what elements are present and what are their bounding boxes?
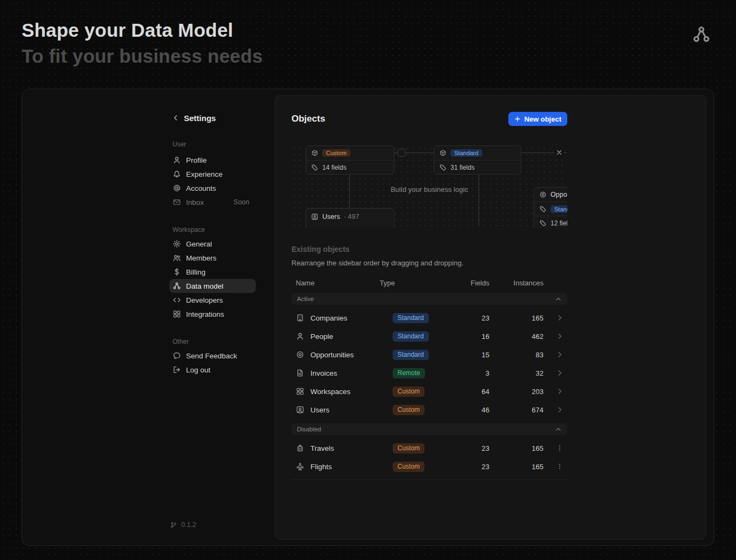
kebab-menu-icon[interactable] — [556, 444, 563, 452]
sidebar-item-label: Members — [186, 254, 216, 262]
type-badge: Custom — [393, 386, 425, 397]
cube-icon — [311, 149, 319, 157]
instances-count: 165 — [506, 314, 543, 322]
canvas-node-standard[interactable]: Standard 31 fields — [434, 145, 521, 175]
type-badge: Custom — [393, 462, 425, 472]
chevron-right-icon[interactable] — [556, 314, 563, 322]
section-other-items: Send Feedback Log out — [169, 349, 256, 377]
object-name: Flights — [310, 463, 332, 471]
node-title: Users — [322, 213, 340, 221]
canvas-node-users[interactable]: Users · 497 — [306, 208, 394, 228]
sidebar-item-log-out[interactable]: Log out — [169, 363, 256, 377]
settings-sidebar: Settings User Profile Experience Account… — [169, 111, 256, 377]
fields-label: 31 fields — [450, 164, 475, 171]
active-rows: Companies Standard 23 165 People Standar… — [291, 305, 567, 419]
chevron-right-icon[interactable] — [556, 332, 563, 340]
type-badge: Custom — [393, 443, 425, 454]
table-row-invoices[interactable]: Invoices Remote 3 32 — [291, 364, 567, 382]
table-row-users[interactable]: Users Custom 46 674 — [291, 401, 567, 419]
table-row-people[interactable]: People Standard 16 462 — [291, 327, 567, 345]
group-label: Active — [297, 296, 314, 302]
settings-title: Settings — [184, 114, 216, 123]
fields-count: 23 — [443, 463, 489, 471]
person-icon — [173, 156, 181, 164]
people-icon — [173, 254, 181, 262]
close-icon[interactable] — [555, 148, 563, 157]
chevron-right-icon[interactable] — [556, 351, 563, 358]
object-name: People — [310, 332, 333, 341]
version-number: 0.1.2 — [181, 521, 196, 529]
sidebar-item-label: Integrations — [186, 310, 224, 318]
gear-icon — [173, 239, 181, 248]
sidebar-item-label: General — [186, 240, 212, 248]
git-icon — [170, 521, 177, 529]
type-badge: Standard — [393, 331, 429, 342]
sidebar-item-accounts[interactable]: Accounts — [169, 181, 256, 195]
chevron-right-icon[interactable] — [556, 406, 563, 414]
sidebar-item-general[interactable]: General — [169, 237, 256, 251]
table-row-workspaces[interactable]: Workspaces Custom 64 203 — [291, 382, 567, 401]
chevron-right-icon[interactable] — [556, 369, 563, 377]
type-badge: Custom — [393, 405, 425, 415]
panel-header: Objects New object — [291, 111, 567, 127]
section-label-workspace: Workspace — [169, 225, 256, 234]
sidebar-item-label: Experience — [186, 170, 223, 178]
type-badge: Standard — [393, 350, 429, 360]
column-instances: Instances — [506, 279, 543, 287]
settings-back[interactable]: Settings — [169, 111, 256, 125]
sidebar-item-experience[interactable]: Experience — [169, 167, 256, 181]
column-name: Name — [296, 279, 315, 287]
chevron-right-icon[interactable] — [556, 388, 563, 395]
group-header-active[interactable]: Active — [291, 293, 567, 305]
fields-count: 64 — [443, 388, 489, 396]
table-row-flights[interactable]: Flights Custom 23 165 — [291, 457, 567, 476]
sidebar-item-billing[interactable]: Billing — [169, 265, 256, 279]
at-sign-icon — [173, 184, 181, 192]
document-icon — [296, 369, 304, 377]
plane-icon — [296, 462, 304, 471]
sidebar-item-data-model[interactable]: Data model — [169, 279, 256, 293]
sidebar-item-label: Inbox — [186, 198, 204, 206]
object-name: Companies — [310, 314, 347, 322]
chevron-up-icon[interactable] — [555, 296, 562, 303]
tag-icon — [311, 164, 319, 171]
fields-count: 16 — [443, 332, 489, 341]
instances-count: 462 — [506, 332, 543, 341]
hero-subtitle: To fit your business needs — [22, 45, 263, 67]
data-model-logo-icon — [692, 25, 711, 44]
sidebar-item-developers[interactable]: Developers — [169, 293, 256, 307]
group-header-disabled[interactable]: Disabled — [291, 423, 567, 435]
data-model-canvas[interactable]: Custom 14 fields Standard 31 fields — [291, 145, 567, 228]
object-name: Workspaces — [310, 388, 350, 396]
speech-bubble-icon — [173, 351, 181, 360]
sidebar-item-integrations[interactable]: Integrations — [169, 307, 256, 321]
code-icon — [173, 296, 181, 304]
type-badge: Standard — [393, 313, 429, 323]
instances-count: 165 — [506, 444, 543, 452]
sidebar-item-members[interactable]: Members — [169, 251, 256, 265]
new-object-button[interactable]: New object — [508, 112, 567, 126]
chevron-up-icon[interactable] — [555, 426, 562, 433]
sidebar-item-profile[interactable]: Profile — [169, 153, 256, 167]
dollar-icon — [173, 268, 181, 276]
fields-count: 46 — [443, 406, 489, 414]
person-icon — [296, 332, 304, 341]
section-label-other: Other — [169, 337, 256, 346]
table-row-travels[interactable]: Travels Custom 23 165 — [291, 439, 567, 457]
canvas-node-custom[interactable]: Custom 14 fields — [306, 145, 394, 175]
column-type: Type — [380, 279, 395, 287]
canvas-node-opportunities[interactable]: Opportunities Standard 12 fields — [534, 187, 567, 228]
logout-icon — [173, 365, 181, 374]
kebab-menu-icon[interactable] — [556, 463, 563, 470]
table-end-divider — [291, 479, 567, 480]
soon-badge: Soon — [234, 198, 249, 206]
group-label: Disabled — [297, 426, 321, 432]
table-row-opportunities[interactable]: Opportunities Standard 15 83 — [291, 345, 567, 364]
tag-icon — [439, 164, 447, 171]
chevron-left-icon — [172, 114, 180, 122]
fields-count: 23 — [443, 314, 489, 322]
sidebar-item-send-feedback[interactable]: Send Feedback — [169, 349, 256, 363]
hero-title: Shape your Data Model — [22, 19, 233, 41]
table-row-companies[interactable]: Companies Standard 23 165 — [291, 309, 567, 327]
fields-count: 15 — [443, 351, 489, 359]
